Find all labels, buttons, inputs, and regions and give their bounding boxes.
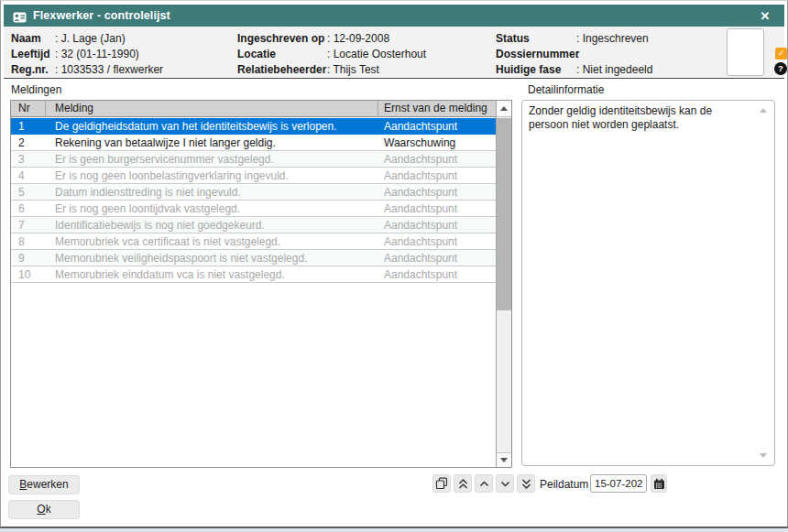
- field-label: Huidige fase: [496, 62, 576, 78]
- cell-melding: Er is geen burgerservicenummer vastgeleg…: [46, 153, 378, 166]
- cell-melding: Datum indiensttreding is niet ingevuld.: [46, 186, 378, 199]
- peildatum-input[interactable]: [590, 474, 647, 493]
- field-value: :: [576, 47, 579, 62]
- scrollbar-thumb[interactable]: [497, 118, 511, 310]
- cell-nr: 10: [11, 268, 46, 281]
- cell-melding: Memorubriek vca certificaat is niet vast…: [46, 235, 378, 248]
- field-value: : J. Lage (Jan): [55, 31, 126, 47]
- ok-button[interactable]: Ok: [8, 500, 80, 519]
- double-chevron-up-icon[interactable]: [454, 474, 472, 493]
- field-label: Locatie: [237, 47, 327, 62]
- field-label: Leeftijd: [11, 47, 55, 62]
- cell-nr: 4: [11, 169, 46, 182]
- double-chevron-down-icon[interactable]: [517, 474, 535, 493]
- chevron-up-icon[interactable]: [475, 474, 493, 493]
- cell-ernst: Aandachtspunt: [378, 186, 496, 199]
- dialog-window: Flexwerker - controlelijst ✕ Naam: J. La…: [0, 0, 788, 528]
- table-row[interactable]: 9Memorubriek veiligheidspaspoort is niet…: [11, 250, 496, 266]
- field-value: : 1033533 / flexwerker: [55, 62, 163, 78]
- cell-nr: 9: [11, 252, 46, 265]
- help-icon[interactable]: ?: [774, 62, 787, 75]
- field-label: Naam: [11, 31, 55, 47]
- cell-ernst: Aandachtspunt: [378, 169, 496, 182]
- cell-melding: Er is nog geen loonbelastingverklaring i…: [46, 169, 378, 182]
- window-title: Flexwerker - controlelijst: [33, 9, 170, 22]
- checkmark-icon[interactable]: ✓: [775, 48, 787, 60]
- field-value: : 32 (01-11-1990): [55, 47, 139, 62]
- cell-ernst: Aandachtspunt: [378, 268, 496, 281]
- cell-melding: Rekening van betaalwijze I niet langer g…: [46, 136, 378, 149]
- cell-ernst: Waarschuwing: [378, 136, 496, 149]
- field-value: : Thijs Test: [327, 62, 379, 78]
- cell-nr: 1: [11, 120, 46, 133]
- chevron-down-icon[interactable]: [496, 474, 514, 493]
- cell-melding: Identificatiebewijs is nog niet goedgeke…: [46, 219, 378, 232]
- field-label: Ingeschreven op: [237, 31, 327, 47]
- cell-melding: De geldigheidsdatum van het identiteitsb…: [46, 120, 378, 133]
- table-scrollbar[interactable]: [496, 101, 511, 467]
- detail-panel: Zonder geldig identiteitsbewijs kan de p…: [521, 100, 775, 466]
- meldingen-title: Meldingen: [11, 83, 61, 96]
- table-row[interactable]: 4Er is nog geen loonbelastingverklaring …: [11, 168, 496, 184]
- contact-card-icon: [13, 10, 27, 21]
- field-value: : 12-09-2008: [327, 31, 389, 47]
- table-row[interactable]: 7Identificatiebewijs is nog niet goedgek…: [11, 217, 496, 233]
- person-info-header: Naam: J. Lage (Jan) Leeftijd: 32 (01-11-…: [4, 27, 784, 79]
- table-row[interactable]: 10Memorubriek einddatum vca is niet vast…: [11, 266, 496, 283]
- table-row[interactable]: 6Er is nog geen loontijdvak vastgelegd.A…: [11, 201, 496, 217]
- bewerken-button[interactable]: Bewerken: [8, 475, 80, 494]
- field-label: Relatiebeheerder: [237, 62, 327, 78]
- scroll-up-icon[interactable]: [497, 101, 511, 117]
- cell-ernst: Aandachtspunt: [378, 120, 496, 133]
- meldingen-table: Nr Melding Ernst van de melding 1De geld…: [10, 100, 512, 468]
- cell-ernst: Aandachtspunt: [378, 252, 496, 265]
- table-row[interactable]: 5Datum indiensttreding is niet ingevuld.…: [11, 184, 496, 201]
- header-column-1: Naam: J. Lage (Jan) Leeftijd: 32 (01-11-…: [11, 31, 163, 78]
- header-column-3: Status: Ingeschreven Dossiernummer: Huid…: [496, 31, 652, 78]
- cell-nr: 6: [11, 202, 46, 215]
- table-row[interactable]: 3Er is geen burgerservicenummer vastgele…: [11, 151, 496, 168]
- cell-nr: 8: [11, 235, 46, 248]
- field-value: : Niet ingedeeld: [576, 62, 652, 78]
- scroll-up-icon[interactable]: [760, 108, 767, 113]
- peildatum-label: Peildatum: [540, 478, 588, 491]
- table-row[interactable]: 8Memorubriek vca certificaat is niet vas…: [11, 233, 496, 250]
- cell-melding: Memorubriek einddatum vca is niet vastge…: [46, 268, 378, 281]
- cell-ernst: Aandachtspunt: [378, 219, 496, 232]
- column-header-nr[interactable]: Nr: [11, 101, 46, 117]
- table-header-row: Nr Melding Ernst van de melding: [11, 101, 496, 117]
- cell-melding: Memorubriek veiligheidspaspoort is niet …: [46, 252, 378, 265]
- scroll-down-icon[interactable]: [760, 453, 767, 458]
- cell-nr: 2: [11, 136, 46, 149]
- field-label: Reg.nr.: [11, 62, 55, 78]
- table-row[interactable]: 1De geldigheidsdatum van het identiteits…: [11, 118, 496, 135]
- cell-nr: 3: [11, 153, 46, 166]
- copy-icon[interactable]: [432, 474, 451, 493]
- detail-title: Detailinformatie: [528, 83, 604, 96]
- field-label: Dossiernummer: [496, 47, 576, 62]
- column-header-melding[interactable]: Melding: [46, 101, 378, 117]
- cell-ernst: Aandachtspunt: [378, 202, 496, 215]
- table-body: 1De geldigheidsdatum van het identiteits…: [11, 118, 496, 283]
- field-value: : Locatie Oosterhout: [327, 47, 426, 62]
- field-label: Status: [496, 31, 576, 47]
- cell-ernst: Aandachtspunt: [378, 235, 496, 248]
- scroll-down-icon[interactable]: [497, 452, 511, 467]
- cell-ernst: Aandachtspunt: [378, 153, 496, 166]
- title-bar: Flexwerker - controlelijst ✕: [4, 5, 784, 27]
- cell-nr: 5: [11, 186, 46, 199]
- cell-nr: 7: [11, 219, 46, 232]
- field-value: : Ingeschreven: [576, 31, 649, 47]
- photo-placeholder: [727, 28, 764, 76]
- close-icon[interactable]: ✕: [753, 5, 777, 27]
- detail-text: Zonder geldig identiteitsbewijs kan de p…: [529, 104, 750, 132]
- cell-melding: Er is nog geen loontijdvak vastgelegd.: [46, 202, 378, 215]
- column-header-ernst[interactable]: Ernst van de melding: [378, 101, 496, 117]
- table-row[interactable]: 2Rekening van betaalwijze I niet langer …: [11, 135, 496, 151]
- header-column-2: Ingeschreven op: 12-09-2008 Locatie: Loc…: [237, 31, 426, 78]
- calendar-icon[interactable]: [651, 474, 667, 493]
